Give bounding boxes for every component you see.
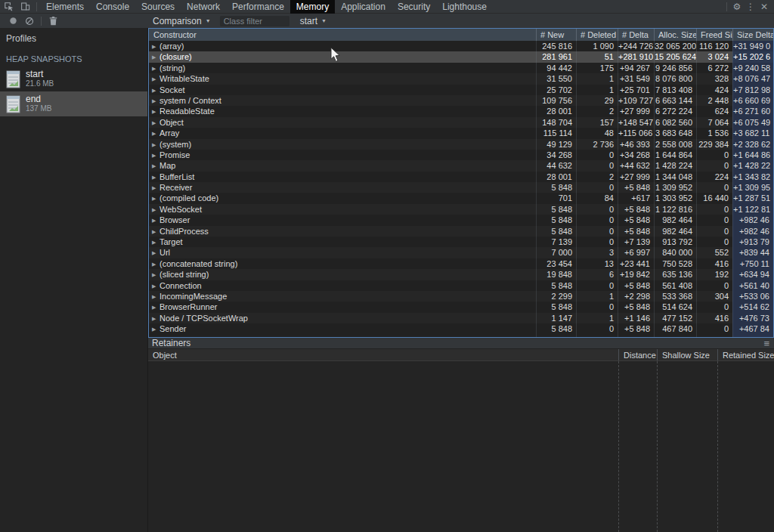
table-row[interactable]: ▶(array)245 8161 090+244 72632 065 20011… [149, 41, 773, 51]
tab-network[interactable]: Network [181, 0, 226, 14]
device-toolbar-icon[interactable] [17, 1, 33, 13]
table-row[interactable]: ▶(system)49 1292 736+46 3932 558 008229 … [149, 139, 773, 150]
disclosure-triangle-icon[interactable]: ▶ [152, 314, 159, 323]
delta-cell: +5 848 [618, 323, 654, 334]
table-row[interactable]: ▶Url7 0003+6 997840 000552+839 44 [149, 247, 773, 258]
baseline-select-label: start [300, 16, 317, 26]
disclosure-triangle-icon[interactable]: ▶ [152, 63, 159, 73]
disclosure-triangle-icon[interactable]: ▶ [152, 215, 159, 225]
disclosure-triangle-icon[interactable]: ▶ [152, 324, 159, 334]
table-row[interactable]: ▶(string)94 442175+94 2679 246 8566 272+… [149, 63, 773, 73]
retainers-column-header[interactable]: Shallow Size [657, 349, 717, 360]
disclosure-triangle-icon[interactable]: ▶ [152, 183, 159, 193]
disclosure-triangle-icon[interactable]: ▶ [152, 172, 159, 182]
disclosure-triangle-icon[interactable]: ▶ [152, 140, 159, 150]
tab-performance[interactable]: Performance [226, 0, 290, 14]
table-row[interactable]: ▶Socket25 7021+25 7017 813 408424+7 812 … [149, 85, 773, 95]
tab-sources[interactable]: Sources [135, 0, 181, 14]
table-row[interactable]: ▶(sliced string)19 8486+19 842635 136192… [149, 269, 773, 280]
column-divider [618, 361, 619, 532]
table-row[interactable]: ▶Array115 11448+115 0663 683 6481 536+3 … [149, 128, 773, 138]
table-row[interactable]: ▶Browser5 8480+5 848982 4640+982 46 [149, 215, 773, 225]
disclosure-triangle-icon[interactable]: ▶ [152, 150, 159, 160]
more-options-kebab-icon[interactable]: ⋮ [744, 2, 757, 12]
retainers-column-header[interactable]: Distance [618, 349, 657, 360]
table-row[interactable]: ▶Promise34 2680+34 2681 644 8640+1 644 8… [149, 150, 773, 160]
tab-security[interactable]: Security [392, 0, 436, 14]
table-row[interactable]: ▶(closure)281 96151+281 91015 205 6243 0… [149, 51, 773, 62]
tab-console[interactable]: Console [90, 0, 135, 14]
table-row[interactable]: ▶(compiled code)70184+6171 303 95216 440… [149, 193, 773, 203]
close-devtools-icon[interactable]: ✕ [757, 2, 771, 12]
column-header[interactable]: # Delta [618, 29, 654, 41]
alloc-cell: 8 076 800 [654, 73, 696, 84]
perspective-select[interactable]: Comparison ▼ [153, 16, 211, 26]
table-row[interactable]: ▶IncomingMessage2 2991+2 298533 368304+5… [149, 291, 773, 302]
disclosure-triangle-icon[interactable]: ▶ [152, 281, 159, 291]
tab-elements[interactable]: Elements [40, 0, 90, 14]
table-row[interactable]: ▶Sender5 8480+5 848467 8400+467 84 [149, 335, 773, 337]
freed-cell: 224 [696, 172, 732, 182]
disclosure-triangle-icon[interactable]: ▶ [152, 193, 159, 203]
table-row[interactable]: ▶Target7 1390+7 139913 7920+913 79 [149, 237, 773, 247]
delta-cell: +617 [618, 193, 654, 203]
table-row[interactable]: ▶ReadableState28 0012+27 9996 272 224624… [149, 106, 773, 116]
table-row[interactable]: ▶(concatenated string)23 45413+23 441750… [149, 258, 773, 269]
table-row[interactable]: ▶ChildProcess5 8480+5 848982 4640+982 46 [149, 226, 773, 237]
disclosure-triangle-icon[interactable]: ▶ [152, 74, 159, 84]
delete-snapshot-trash-icon[interactable] [45, 15, 61, 27]
column-header[interactable]: # Deleted [576, 29, 618, 41]
tab-memory[interactable]: Memory [290, 0, 335, 14]
disclosure-triangle-icon[interactable]: ▶ [152, 270, 159, 280]
tab-application[interactable]: Application [335, 0, 392, 14]
column-header[interactable]: # New [536, 29, 576, 41]
disclosure-triangle-icon[interactable]: ▶ [152, 205, 159, 215]
table-row[interactable]: ▶system / Context109 75629+109 7276 663 … [149, 95, 773, 106]
table-row[interactable]: ▶Receiver5 8480+5 8481 309 9520+1 309 95 [149, 182, 773, 193]
retainers-column-header[interactable]: Object [148, 349, 618, 360]
retainers-column-header[interactable]: Retained Size [717, 349, 774, 360]
table-row[interactable]: ▶Sender5 8480+5 848467 8400+467 84 [149, 323, 773, 334]
disclosure-triangle-icon[interactable]: ▶ [152, 85, 159, 95]
inspect-element-icon[interactable] [0, 1, 17, 13]
table-row[interactable]: ▶Map44 6320+44 6321 428 2240+1 428 22 [149, 160, 773, 171]
disclosure-triangle-icon[interactable]: ▶ [152, 107, 159, 116]
table-row[interactable]: ▶BufferList28 0012+27 9991 344 048224+1 … [149, 172, 773, 182]
column-header[interactable]: Freed Size [696, 29, 732, 41]
disclosure-triangle-icon[interactable]: ▶ [152, 42, 159, 51]
disclosure-triangle-icon[interactable]: ▶ [152, 52, 159, 62]
clear-profiles-icon[interactable] [21, 15, 38, 27]
table-row[interactable]: ▶WebSocket5 8480+5 8481 122 8160+1 122 8… [149, 204, 773, 215]
retainers-title: Retainers [152, 338, 190, 348]
disclosure-triangle-icon[interactable]: ▶ [152, 128, 159, 138]
disclosure-triangle-icon[interactable]: ▶ [152, 161, 159, 171]
baseline-snapshot-select[interactable]: start ▼ [300, 16, 327, 26]
table-row[interactable]: ▶WritableState31 5501+31 5498 076 800328… [149, 73, 773, 84]
record-heap-snapshot-icon[interactable] [5, 15, 21, 27]
retainers-menu-icon[interactable]: ≡ [763, 339, 774, 348]
deleted-cell: 3 [576, 247, 618, 258]
snapshot-item-start[interactable]: start 21.6 MB [0, 66, 147, 91]
disclosure-triangle-icon[interactable]: ▶ [152, 302, 159, 312]
disclosure-triangle-icon[interactable]: ▶ [152, 237, 159, 247]
disclosure-triangle-icon[interactable]: ▶ [152, 292, 159, 302]
tab-lighthouse[interactable]: Lighthouse [436, 0, 493, 14]
disclosure-triangle-icon[interactable]: ▶ [152, 336, 159, 337]
alloc-cell: 2 558 008 [654, 139, 696, 150]
table-row[interactable]: ▶Node / TCPSocketWrap1 1471+1 146477 152… [149, 313, 773, 323]
table-row[interactable]: ▶Object148 704157+148 5476 082 5607 064+… [149, 117, 773, 128]
table-row[interactable]: ▶Connection5 8480+5 848561 4080+561 40 [149, 280, 773, 291]
settings-gear-icon[interactable]: ⚙ [730, 2, 744, 12]
class-filter-input[interactable] [220, 16, 289, 26]
disclosure-triangle-icon[interactable]: ▶ [152, 248, 159, 258]
disclosure-triangle-icon[interactable]: ▶ [152, 118, 159, 128]
disclosure-triangle-icon[interactable]: ▶ [152, 259, 159, 269]
table-row[interactable]: ▶BrowserRunner5 8480+5 848514 6240+514 6… [149, 302, 773, 312]
freed-cell: 416 [696, 313, 732, 323]
disclosure-triangle-icon[interactable]: ▶ [152, 96, 159, 106]
disclosure-triangle-icon[interactable]: ▶ [152, 227, 159, 237]
column-header[interactable]: Constructor [149, 29, 536, 41]
snapshot-item-end[interactable]: end 137 MB [0, 91, 147, 116]
column-header[interactable]: Size Delta▼ [732, 29, 773, 41]
column-header[interactable]: Alloc. Size [654, 29, 696, 41]
